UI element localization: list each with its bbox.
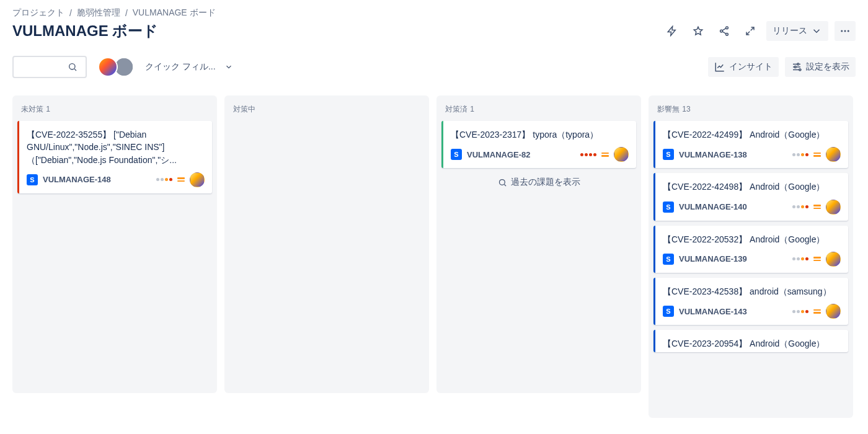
column-no-impact: 影響無 13 【CVE-2022-42499】 Android（Google） … <box>649 95 853 418</box>
story-icon: S <box>451 149 462 160</box>
priority-medium-icon <box>813 309 821 314</box>
assignee-filter <box>98 57 134 77</box>
severity-dots <box>792 310 808 313</box>
svg-point-0 <box>726 27 728 29</box>
story-icon: S <box>663 254 674 265</box>
card-title: 【CVE-2023-2317】 typora（typora） <box>451 128 629 141</box>
svg-point-5 <box>848 30 849 32</box>
quick-filter-dropdown[interactable]: クイック フィル... <box>145 61 233 73</box>
story-icon: S <box>663 202 674 213</box>
search-icon <box>498 178 507 187</box>
svg-point-10 <box>799 69 801 71</box>
past-issues-label: 過去の課題を表示 <box>511 177 580 188</box>
priority-medium-icon <box>177 177 185 182</box>
card-key: VULMANAGE-143 <box>679 307 747 316</box>
view-settings-label: 設定を表示 <box>806 61 849 73</box>
more-menu-button[interactable] <box>835 21 856 41</box>
issue-card[interactable]: 【CVE-2023-42538】 android（samsung） S VULM… <box>653 278 848 325</box>
release-dropdown[interactable]: リリース <box>766 21 828 41</box>
priority-medium-icon <box>601 153 609 157</box>
search-input[interactable] <box>14 62 63 72</box>
svg-point-8 <box>797 63 799 65</box>
card-title: 【CVE-2022-42499】 Android（Google） <box>663 128 841 141</box>
release-label: リリース <box>773 25 807 37</box>
issue-card[interactable]: 【CVE-2022-35255】 ["Debian GNU/Linux","No… <box>17 121 212 193</box>
column-in-progress: 対策中 <box>224 95 429 393</box>
assignee-avatar[interactable] <box>826 147 841 162</box>
breadcrumb-board[interactable]: VULMANAGE ボード <box>133 7 216 19</box>
story-icon: S <box>663 149 674 160</box>
svg-point-2 <box>726 33 728 35</box>
severity-dots <box>792 153 808 156</box>
column-title: 対策中 <box>229 102 424 121</box>
column-title: 未対策 1 <box>17 102 212 121</box>
insight-label: インサイト <box>729 61 773 73</box>
page-title: VULMANAGE ボード <box>12 21 158 41</box>
priority-medium-icon <box>813 153 821 157</box>
card-key: VULMANAGE-139 <box>679 254 747 264</box>
severity-dots <box>580 153 596 156</box>
card-key: VULMANAGE-138 <box>679 150 747 159</box>
search-input-container <box>12 56 87 78</box>
breadcrumb: プロジェクト / 脆弱性管理 / VULMANAGE ボード <box>12 7 856 19</box>
automation-icon[interactable] <box>662 21 682 41</box>
breadcrumb-separator: / <box>125 8 128 18</box>
column-title: 影響無 13 <box>653 102 848 121</box>
svg-point-1 <box>720 30 723 32</box>
card-title: 【CVE-2023-42538】 android（samsung） <box>663 285 841 298</box>
chevron-down-icon <box>224 63 233 71</box>
kanban-board: 未対策 1 【CVE-2022-35255】 ["Debian GNU/Linu… <box>12 95 856 418</box>
issue-card[interactable]: 【CVE-2023-2317】 typora（typora） S VULMANA… <box>441 121 636 168</box>
chart-icon <box>714 61 725 73</box>
star-icon[interactable] <box>688 21 708 41</box>
sliders-icon <box>791 61 802 73</box>
breadcrumb-project[interactable]: プロジェクト <box>12 7 64 19</box>
column-addressed: 対策済 1 【CVE-2023-2317】 typora（typora） S V… <box>436 95 641 393</box>
priority-medium-icon <box>813 257 821 261</box>
fullscreen-icon[interactable] <box>740 21 760 41</box>
assignee-avatar[interactable] <box>190 172 205 187</box>
assignee-avatar[interactable] <box>614 147 629 162</box>
priority-medium-icon <box>813 205 821 209</box>
issue-card[interactable]: 【CVE-2022-42499】 Android（Google） S VULMA… <box>653 121 848 168</box>
show-past-issues-button[interactable]: 過去の課題を表示 <box>441 168 636 190</box>
insight-button[interactable]: インサイト <box>708 57 779 77</box>
breadcrumb-separator: / <box>69 8 72 18</box>
card-title: 【CVE-2022-35255】 ["Debian GNU/Linux","No… <box>27 128 205 166</box>
assignee-avatar[interactable] <box>826 200 841 215</box>
more-horizontal-icon <box>839 25 851 37</box>
card-key: VULMANAGE-140 <box>679 202 747 211</box>
svg-point-6 <box>69 64 75 69</box>
breadcrumb-vulnmgmt[interactable]: 脆弱性管理 <box>77 7 120 19</box>
story-icon: S <box>663 306 674 317</box>
card-key: VULMANAGE-148 <box>43 175 111 184</box>
column-unaddressed: 未対策 1 【CVE-2022-35255】 ["Debian GNU/Linu… <box>12 95 217 393</box>
search-icon[interactable] <box>63 62 82 72</box>
severity-dots <box>792 205 808 208</box>
issue-card[interactable]: 【CVE-2022-42498】 Android（Google） S VULMA… <box>653 173 848 220</box>
assignee-avatar[interactable] <box>826 252 841 267</box>
header-actions: リリース <box>662 21 856 41</box>
view-settings-button[interactable]: 設定を表示 <box>785 57 856 77</box>
story-icon: S <box>27 174 38 185</box>
svg-point-3 <box>841 30 843 32</box>
share-icon[interactable] <box>714 21 734 41</box>
card-title: 【CVE-2022-42498】 Android（Google） <box>663 180 841 193</box>
avatar-user-1[interactable] <box>98 57 118 77</box>
card-key: VULMANAGE-82 <box>467 150 531 159</box>
svg-point-7 <box>122 64 126 68</box>
assignee-avatar[interactable] <box>826 304 841 319</box>
card-title: 【CVE-2023-20954】 Android（Google） <box>663 337 841 350</box>
severity-dots <box>156 178 172 181</box>
issue-card[interactable]: 【CVE-2022-20532】 Android（Google） S VULMA… <box>653 226 848 273</box>
svg-point-9 <box>794 66 796 68</box>
quick-filter-label: クイック フィル... <box>145 61 216 73</box>
chevron-down-icon <box>811 25 822 37</box>
column-title: 対策済 1 <box>441 102 636 121</box>
svg-point-11 <box>499 179 505 185</box>
issue-card[interactable]: 【CVE-2023-20954】 Android（Google） <box>653 330 848 352</box>
severity-dots <box>792 257 808 260</box>
card-title: 【CVE-2022-20532】 Android（Google） <box>663 233 841 246</box>
svg-point-4 <box>844 30 846 32</box>
